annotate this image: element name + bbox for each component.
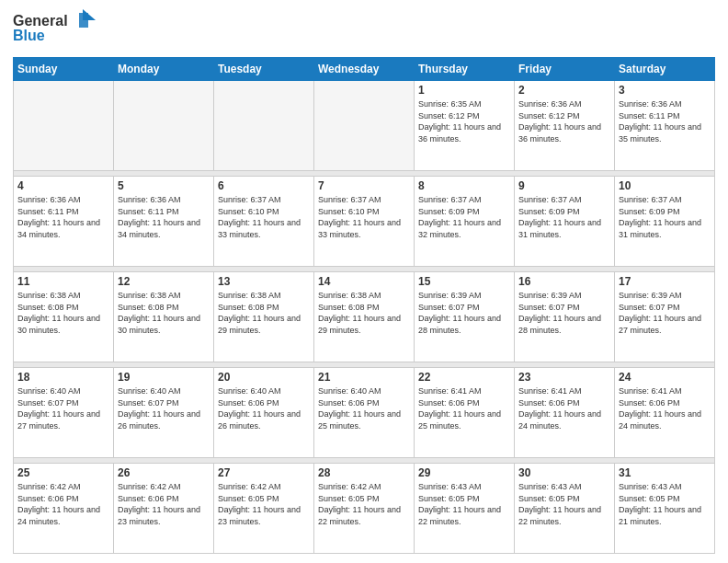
calendar-cell: 7Sunrise: 6:37 AMSunset: 6:10 PMDaylight…: [314, 176, 415, 266]
day-number: 30: [518, 466, 610, 479]
day-info: Sunrise: 6:37 AMSunset: 6:09 PMDaylight:…: [619, 194, 711, 240]
calendar-week-3: 11Sunrise: 6:38 AMSunset: 6:08 PMDayligh…: [14, 271, 715, 362]
calendar-header-wednesday: Wednesday: [314, 58, 415, 81]
day-number: 12: [118, 275, 210, 288]
day-info: Sunrise: 6:41 AMSunset: 6:06 PMDaylight:…: [518, 385, 610, 431]
day-number: 22: [418, 371, 510, 384]
day-info: Sunrise: 6:38 AMSunset: 6:08 PMDaylight:…: [318, 290, 410, 336]
day-info: Sunrise: 6:40 AMSunset: 6:06 PMDaylight:…: [218, 385, 310, 431]
day-info: Sunrise: 6:39 AMSunset: 6:07 PMDaylight:…: [418, 290, 510, 336]
day-info: Sunrise: 6:37 AMSunset: 6:10 PMDaylight:…: [318, 194, 410, 240]
calendar-cell: 27Sunrise: 6:42 AMSunset: 6:05 PMDayligh…: [214, 463, 314, 553]
calendar-table: SundayMondayTuesdayWednesdayThursdayFrid…: [13, 57, 715, 554]
calendar-cell: 29Sunrise: 6:43 AMSunset: 6:05 PMDayligh…: [415, 463, 515, 553]
day-info: Sunrise: 6:35 AMSunset: 6:12 PMDaylight:…: [418, 98, 510, 144]
calendar-week-4: 18Sunrise: 6:40 AMSunset: 6:07 PMDayligh…: [14, 367, 715, 457]
svg-text:General: General: [13, 13, 68, 29]
day-info: Sunrise: 6:41 AMSunset: 6:06 PMDaylight:…: [619, 385, 711, 431]
day-number: 16: [518, 275, 610, 288]
day-number: 17: [619, 275, 711, 288]
day-number: 5: [118, 179, 210, 192]
calendar-cell: 17Sunrise: 6:39 AMSunset: 6:07 PMDayligh…: [615, 271, 715, 362]
calendar-header-tuesday: Tuesday: [214, 58, 314, 81]
day-number: 14: [318, 275, 410, 288]
day-number: 2: [518, 84, 610, 97]
day-info: Sunrise: 6:40 AMSunset: 6:07 PMDaylight:…: [118, 385, 210, 431]
page: General Blue SundayMondayTuesdayWednesda…: [0, 0, 728, 563]
calendar-cell: 11Sunrise: 6:38 AMSunset: 6:08 PMDayligh…: [14, 271, 114, 362]
calendar-cell: 24Sunrise: 6:41 AMSunset: 6:06 PMDayligh…: [615, 367, 715, 457]
calendar-body: 1Sunrise: 6:35 AMSunset: 6:12 PMDaylight…: [14, 81, 715, 554]
calendar-week-1: 1Sunrise: 6:35 AMSunset: 6:12 PMDaylight…: [14, 81, 715, 171]
calendar-cell: 19Sunrise: 6:40 AMSunset: 6:07 PMDayligh…: [114, 367, 214, 457]
calendar-header-monday: Monday: [114, 58, 214, 81]
day-number: 15: [418, 275, 510, 288]
day-number: 4: [17, 179, 109, 192]
calendar-cell: 1Sunrise: 6:35 AMSunset: 6:12 PMDaylight…: [415, 81, 515, 171]
calendar-cell: 6Sunrise: 6:37 AMSunset: 6:10 PMDaylight…: [214, 176, 314, 266]
day-info: Sunrise: 6:37 AMSunset: 6:10 PMDaylight:…: [218, 194, 310, 240]
day-number: 10: [619, 179, 711, 192]
day-number: 9: [518, 179, 610, 192]
day-number: 20: [218, 371, 310, 384]
day-info: Sunrise: 6:43 AMSunset: 6:05 PMDaylight:…: [619, 481, 711, 527]
calendar-cell: 3Sunrise: 6:36 AMSunset: 6:11 PMDaylight…: [615, 81, 715, 171]
day-number: 31: [619, 466, 711, 479]
calendar-cell: 12Sunrise: 6:38 AMSunset: 6:08 PMDayligh…: [114, 271, 214, 362]
day-number: 25: [17, 466, 109, 479]
calendar-cell: [214, 81, 314, 171]
calendar-cell: 9Sunrise: 6:37 AMSunset: 6:09 PMDaylight…: [515, 176, 615, 266]
calendar-header-thursday: Thursday: [415, 58, 515, 81]
calendar-cell: 15Sunrise: 6:39 AMSunset: 6:07 PMDayligh…: [415, 271, 515, 362]
day-info: Sunrise: 6:43 AMSunset: 6:05 PMDaylight:…: [418, 481, 510, 527]
day-info: Sunrise: 6:36 AMSunset: 6:11 PMDaylight:…: [118, 194, 210, 240]
calendar-week-5: 25Sunrise: 6:42 AMSunset: 6:06 PMDayligh…: [14, 463, 715, 553]
day-number: 7: [318, 179, 410, 192]
calendar-cell: [114, 81, 214, 171]
logo: General Blue: [13, 9, 96, 50]
day-info: Sunrise: 6:39 AMSunset: 6:07 PMDaylight:…: [619, 290, 711, 336]
calendar-header-saturday: Saturday: [615, 58, 715, 81]
calendar-cell: [14, 81, 114, 171]
calendar-cell: 16Sunrise: 6:39 AMSunset: 6:07 PMDayligh…: [515, 271, 615, 362]
logo-text: General Blue: [13, 9, 96, 50]
day-info: Sunrise: 6:38 AMSunset: 6:08 PMDaylight:…: [17, 290, 109, 336]
day-info: Sunrise: 6:42 AMSunset: 6:05 PMDaylight:…: [218, 481, 310, 527]
day-info: Sunrise: 6:42 AMSunset: 6:05 PMDaylight:…: [318, 481, 410, 527]
day-info: Sunrise: 6:38 AMSunset: 6:08 PMDaylight:…: [218, 290, 310, 336]
svg-text:Blue: Blue: [13, 28, 45, 43]
day-number: 6: [218, 179, 310, 192]
day-number: 11: [17, 275, 109, 288]
day-info: Sunrise: 6:37 AMSunset: 6:09 PMDaylight:…: [418, 194, 510, 240]
calendar-cell: 18Sunrise: 6:40 AMSunset: 6:07 PMDayligh…: [14, 367, 114, 457]
day-info: Sunrise: 6:36 AMSunset: 6:11 PMDaylight:…: [619, 98, 711, 144]
calendar-cell: 20Sunrise: 6:40 AMSunset: 6:06 PMDayligh…: [214, 367, 314, 457]
day-number: 29: [418, 466, 510, 479]
day-number: 26: [118, 466, 210, 479]
calendar-header-row: SundayMondayTuesdayWednesdayThursdayFrid…: [14, 58, 715, 81]
day-info: Sunrise: 6:36 AMSunset: 6:12 PMDaylight:…: [518, 98, 610, 144]
day-number: 21: [318, 371, 410, 384]
calendar-header-friday: Friday: [515, 58, 615, 81]
calendar-cell: 8Sunrise: 6:37 AMSunset: 6:09 PMDaylight…: [415, 176, 515, 266]
calendar-header-sunday: Sunday: [14, 58, 114, 81]
day-number: 23: [518, 371, 610, 384]
calendar-cell: 25Sunrise: 6:42 AMSunset: 6:06 PMDayligh…: [14, 463, 114, 553]
calendar-cell: 13Sunrise: 6:38 AMSunset: 6:08 PMDayligh…: [214, 271, 314, 362]
calendar-cell: 21Sunrise: 6:40 AMSunset: 6:06 PMDayligh…: [314, 367, 415, 457]
day-number: 18: [17, 371, 109, 384]
svg-marker-3: [83, 9, 96, 20]
calendar-week-2: 4Sunrise: 6:36 AMSunset: 6:11 PMDaylight…: [14, 176, 715, 266]
day-info: Sunrise: 6:43 AMSunset: 6:05 PMDaylight:…: [518, 481, 610, 527]
calendar-cell: 2Sunrise: 6:36 AMSunset: 6:12 PMDaylight…: [515, 81, 615, 171]
calendar-cell: 10Sunrise: 6:37 AMSunset: 6:09 PMDayligh…: [615, 176, 715, 266]
day-number: 19: [118, 371, 210, 384]
day-number: 27: [218, 466, 310, 479]
calendar-cell: 28Sunrise: 6:42 AMSunset: 6:05 PMDayligh…: [314, 463, 415, 553]
calendar-cell: 14Sunrise: 6:38 AMSunset: 6:08 PMDayligh…: [314, 271, 415, 362]
day-info: Sunrise: 6:41 AMSunset: 6:06 PMDaylight:…: [418, 385, 510, 431]
calendar-cell: 26Sunrise: 6:42 AMSunset: 6:06 PMDayligh…: [114, 463, 214, 553]
calendar-cell: 30Sunrise: 6:43 AMSunset: 6:05 PMDayligh…: [515, 463, 615, 553]
day-info: Sunrise: 6:38 AMSunset: 6:08 PMDaylight:…: [118, 290, 210, 336]
day-info: Sunrise: 6:42 AMSunset: 6:06 PMDaylight:…: [118, 481, 210, 527]
